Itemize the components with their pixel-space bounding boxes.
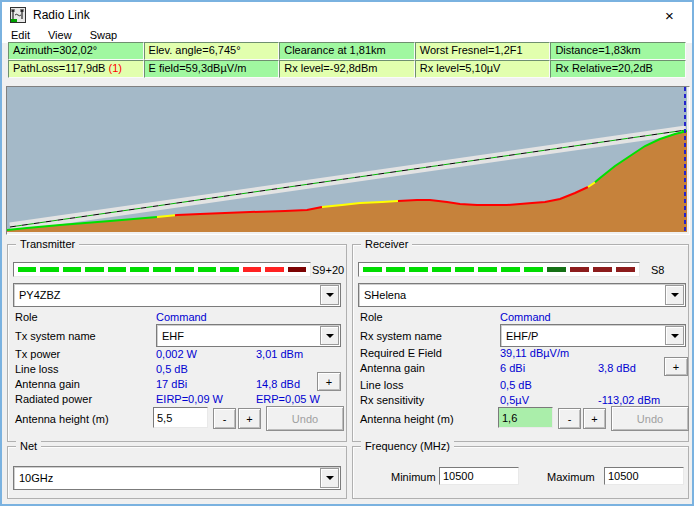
- terrain-profile-chart: [6, 86, 690, 235]
- frequency-min-label: Minimum: [391, 471, 436, 483]
- rx-antenna-height-label: Antenna height (m): [360, 413, 454, 425]
- chevron-down-icon: [326, 334, 334, 338]
- app-icon: [10, 7, 26, 23]
- tx-antenna-gain-dbd: 14,8 dBd: [256, 378, 300, 390]
- frequency-min-input[interactable]: [439, 467, 519, 485]
- receiver-group: Receiver S8 SHelena Role Command Rx syst…: [352, 244, 689, 442]
- frequency-max-label: Maximum: [547, 471, 595, 483]
- tx-station-value: PY4ZBZ: [19, 289, 61, 301]
- dropdown-button[interactable]: [320, 285, 339, 305]
- status-cell: E field=59,3dBµV/m: [144, 60, 280, 78]
- receiver-group-title: Receiver: [361, 238, 412, 250]
- status-grid: Azimuth=302,02°Elev. angle=6,745°Clearan…: [8, 42, 686, 78]
- titlebar: Radio Link: [2, 2, 692, 28]
- tx-smeter-value: S9+20: [312, 264, 344, 276]
- rx-antenna-height-input[interactable]: [498, 407, 553, 428]
- status-cell: Azimuth=302,02°: [8, 42, 144, 60]
- status-cell: PathLoss=117,9dB (1): [8, 60, 144, 78]
- menubar: Edit View Swap: [2, 28, 692, 43]
- rx-sensitivity-label: Rx sensitivity: [360, 394, 424, 406]
- rx-antenna-gain-label: Antenna gain: [360, 362, 425, 374]
- rx-line-loss-value: 0,5 dB: [500, 379, 532, 391]
- menu-swap[interactable]: Swap: [81, 28, 127, 43]
- chevron-down-icon: [671, 293, 679, 297]
- net-group-title: Net: [16, 440, 41, 452]
- rx-system-label: Rx system name: [360, 330, 442, 342]
- net-group: Net 10GHz: [7, 446, 347, 499]
- rx-required-efield-label: Required E Field: [360, 347, 442, 359]
- frequency-max-input[interactable]: [604, 467, 684, 485]
- chevron-down-icon: [326, 476, 334, 480]
- terrain-profile-svg: [7, 87, 687, 232]
- tx-eirp-value: EIRP=0,09 W: [156, 393, 223, 405]
- frequency-group-title: Frequency (MHz): [361, 440, 454, 452]
- window-title: Radio Link: [33, 8, 90, 22]
- rx-antenna-height-minus-button[interactable]: -: [558, 408, 581, 429]
- dropdown-button[interactable]: [320, 468, 339, 488]
- tx-radiated-power-label: Radiated power: [15, 393, 92, 405]
- status-cell: Worst Fresnel=1,2F1: [415, 42, 551, 60]
- transmitter-group-title: Transmitter: [16, 238, 79, 250]
- status-cell: Elev. angle=6,745°: [144, 42, 280, 60]
- rx-role-label: Role: [360, 311, 383, 323]
- status-cell: Distance=1,83km: [550, 42, 686, 60]
- menu-view[interactable]: View: [39, 28, 81, 43]
- tx-role-label: Role: [15, 311, 38, 323]
- dropdown-button[interactable]: [665, 285, 684, 305]
- tx-antenna-gain-dbi: 17 dBi: [156, 378, 187, 390]
- menu-edit[interactable]: Edit: [2, 28, 39, 43]
- rx-antenna-height-plus-button[interactable]: +: [583, 408, 606, 429]
- rx-sensitivity-uv: 0,5µV: [500, 394, 529, 406]
- tx-station-combo[interactable]: PY4ZBZ: [13, 283, 341, 307]
- tx-erp-value: ERP=0,05 W: [256, 393, 320, 405]
- tx-undo-button[interactable]: Undo: [266, 406, 344, 431]
- rx-station-value: SHelena: [364, 289, 406, 301]
- tx-antenna-height-minus-button[interactable]: -: [213, 408, 236, 429]
- tx-line-loss-value: 0,5 dB: [156, 363, 188, 375]
- rx-signal-meter: [358, 262, 640, 277]
- net-value: 10GHz: [19, 472, 53, 484]
- status-cell: Rx level=5,10µV: [415, 60, 551, 78]
- rx-station-combo[interactable]: SHelena: [358, 283, 686, 307]
- tx-antenna-height-label: Antenna height (m): [15, 413, 109, 425]
- tx-antenna-gain-label: Antenna gain: [15, 378, 80, 390]
- tx-signal-meter: [13, 262, 311, 277]
- frequency-group: Frequency (MHz) Minimum Maximum: [352, 446, 689, 499]
- tx-power-label: Tx power: [15, 348, 60, 360]
- radio-link-window: Radio Link × Edit View Swap Azimuth=302,…: [0, 0, 694, 506]
- tx-system-combo[interactable]: EHF: [156, 324, 341, 347]
- tx-antenna-height-plus-button[interactable]: +: [238, 408, 261, 429]
- tx-system-value: EHF: [162, 330, 184, 342]
- rx-required-efield-value: 39,11 dBµV/m: [500, 347, 569, 359]
- net-combo[interactable]: 10GHz: [13, 466, 341, 490]
- rx-line-loss-label: Line loss: [360, 379, 403, 391]
- dropdown-button[interactable]: [665, 326, 684, 345]
- rx-antenna-gain-plus-button[interactable]: +: [664, 357, 688, 376]
- rx-system-value: EHF/P: [506, 330, 538, 342]
- tx-antenna-height-input[interactable]: [153, 407, 208, 428]
- rx-antenna-gain-dbi: 6 dBi: [500, 362, 525, 374]
- tx-line-loss-label: Line loss: [15, 363, 58, 375]
- rx-antenna-gain-dbd: 3,8 dBd: [598, 362, 636, 374]
- rx-undo-button[interactable]: Undo: [611, 406, 689, 431]
- rx-sensitivity-dbm: -113,02 dBm: [598, 394, 660, 406]
- status-cell: Rx Relative=20,2dB: [550, 60, 686, 78]
- dropdown-button[interactable]: [320, 326, 339, 345]
- tx-antenna-gain-plus-button[interactable]: +: [317, 372, 341, 391]
- rx-role-value: Command: [500, 311, 551, 323]
- tx-power-watts: 0,002 W: [156, 348, 197, 360]
- tx-system-label: Tx system name: [15, 330, 96, 342]
- tx-role-value: Command: [156, 311, 207, 323]
- close-button[interactable]: ×: [647, 2, 692, 28]
- status-cell: Rx level=-92,8dBm: [279, 60, 415, 78]
- transmitter-group: Transmitter S9+20 PY4ZBZ Role Command Tx…: [7, 244, 347, 442]
- chevron-down-icon: [326, 293, 334, 297]
- status-cell: Clearance at 1,81km: [279, 42, 415, 60]
- rx-system-combo[interactable]: EHF/P: [500, 324, 686, 347]
- tx-power-dbm: 3,01 dBm: [256, 348, 303, 360]
- chevron-down-icon: [671, 334, 679, 338]
- rx-smeter-value: S8: [651, 264, 664, 276]
